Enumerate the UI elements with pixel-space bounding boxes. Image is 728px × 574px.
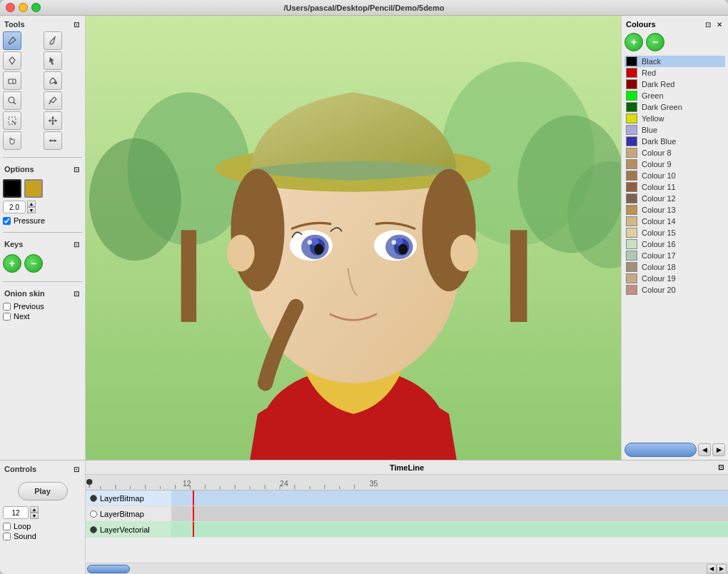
colour-item-5[interactable]: Dark Green [625,101,725,113]
layer-1-track[interactable] [171,490,728,505]
colour-item-4[interactable]: Green [625,90,725,101]
timeline-layer-3: LayerVectorial [86,522,728,538]
colour-item-12[interactable]: Colour 11 [625,181,725,193]
timeline-docklet-icon[interactable]: ⊡ [717,463,725,471]
eyedrop-tool-button[interactable] [44,91,62,110]
controls-panel: Controls ⊡ Play 12 ▲ ▼ Loop Sound [0,460,86,574]
tools-docklet-icon[interactable]: ⊡ [72,20,81,29]
onion-docklet-icon[interactable]: ⊡ [72,289,81,298]
svg-line-0 [9,43,10,44]
sound-label: Sound [14,532,36,540]
add-colour-button[interactable]: + [625,33,643,51]
colour-item-6[interactable]: Yellow [625,113,725,124]
pressure-checkbox[interactable] [3,217,11,225]
colour-name-5: Dark Green [642,103,682,111]
remove-colour-button[interactable]: − [646,33,664,51]
maximize-button[interactable] [31,3,41,12]
playhead-3 [193,522,194,537]
previous-checkbox[interactable] [3,303,11,311]
colour-name-13: Colour 12 [642,194,676,203]
colour-item-2[interactable]: Red [625,67,725,79]
timeline-scroll-thumb[interactable] [87,565,130,573]
colour-item-17[interactable]: Colour 16 [625,238,725,250]
timeline-scroll-right[interactable]: ▶ [717,564,727,574]
brush-tool-button[interactable] [44,31,62,50]
loop-checkbox[interactable] [3,523,11,530]
move-tool-button[interactable] [44,111,62,130]
lasso-tool-button[interactable] [3,111,21,130]
timeline-layer-1: LayerBitmap [86,490,728,506]
frame-input[interactable]: 12 [3,506,29,519]
colour-item-19[interactable]: Colour 18 [625,261,725,273]
svg-marker-16 [54,139,56,142]
colour-box-6 [626,114,637,124]
colour-name-11: Colour 10 [642,171,676,180]
colour-item-11[interactable]: Colour 10 [625,170,725,181]
colours-docklet-icon[interactable]: ⊡ [704,20,712,29]
select-tool-button[interactable] [44,51,62,70]
hand-tool-button[interactable] [3,131,21,150]
colour-item-1[interactable]: Black [625,56,725,67]
colours-scroll-thumb[interactable] [625,443,697,457]
timeline-scroll-left[interactable]: ◀ [707,564,717,574]
colour-item-13[interactable]: Colour 12 [625,193,725,204]
zoom-tool-button[interactable] [3,91,21,110]
colour-item-21[interactable]: Colour 20 [625,284,725,296]
pencil-tool-button[interactable] [3,31,21,50]
colour-name-6: Yellow [642,114,664,123]
frame-down[interactable]: ▼ [30,513,39,519]
layer-3-track[interactable] [171,522,728,537]
colours-prev-button[interactable]: ◀ [698,443,711,456]
svg-text:35: 35 [370,480,378,488]
svg-line-6 [49,101,51,104]
minimize-button[interactable] [19,3,28,12]
colour-item-7[interactable]: Blue [625,124,725,136]
colour-box-15 [626,216,637,226]
colours-close-icon[interactable]: ✕ [715,20,724,29]
stroke-width-spinners: ▲ ▼ [27,201,36,213]
pen-tool-button[interactable] [3,51,21,70]
colour-item-9[interactable]: Colour 8 [625,147,725,158]
close-button[interactable] [6,3,15,12]
arrow-tool-button[interactable] [44,131,62,150]
colour-name-12: Colour 11 [642,183,676,191]
colour-box-16 [626,228,637,238]
stroke-width-up[interactable]: ▲ [27,201,36,207]
stroke-width-input[interactable]: 2.0 [3,201,26,213]
canvas-area[interactable] [86,16,621,460]
colour-item-18[interactable]: Colour 17 [625,250,725,261]
colour-item-8[interactable]: Dark Blue [625,136,725,147]
colour-item-10[interactable]: Colour 9 [625,158,725,170]
fill-tool-button[interactable] [44,71,62,90]
stroke-color-swatch[interactable] [3,179,21,198]
layer-2-label: LayerBitmap [100,510,144,518]
options-docklet-icon[interactable]: ⊡ [72,165,81,173]
colour-item-3[interactable]: Dark Red [625,79,725,90]
controls-docklet-icon[interactable]: ⊡ [72,465,81,473]
colour-box-7 [626,125,637,135]
sound-checkbox[interactable] [3,533,11,540]
add-key-button[interactable]: + [3,254,21,273]
keys-docklet-icon[interactable]: ⊡ [72,240,81,248]
svg-line-5 [14,102,16,104]
colour-box-3 [626,79,637,89]
stroke-width-down[interactable]: ▼ [27,207,36,213]
colour-item-20[interactable]: Colour 19 [625,273,725,284]
colour-item-14[interactable]: Colour 13 [625,204,725,216]
play-button[interactable]: Play [18,482,68,500]
frame-up[interactable]: ▲ [30,506,39,513]
frame-spinners: ▲ ▼ [30,506,39,519]
onion-title: Onion skin [4,289,45,298]
colour-item-16[interactable]: Colour 15 [625,227,725,238]
next-checkbox[interactable] [3,313,11,321]
eraser-tool-button[interactable] [3,71,21,90]
remove-key-button[interactable]: − [24,254,43,273]
layer-2-track[interactable] [171,506,728,521]
color-swatches [3,179,82,198]
colours-panel: Colours ⊡ ✕ + − BlackRedDark RedGreenDar… [621,16,728,460]
fill-color-swatch[interactable] [24,179,43,198]
colour-name-21: Colour 20 [642,286,676,294]
colours-next-button[interactable]: ▶ [712,443,725,456]
canvas-content [86,16,621,460]
colour-item-15[interactable]: Colour 14 [625,216,725,227]
